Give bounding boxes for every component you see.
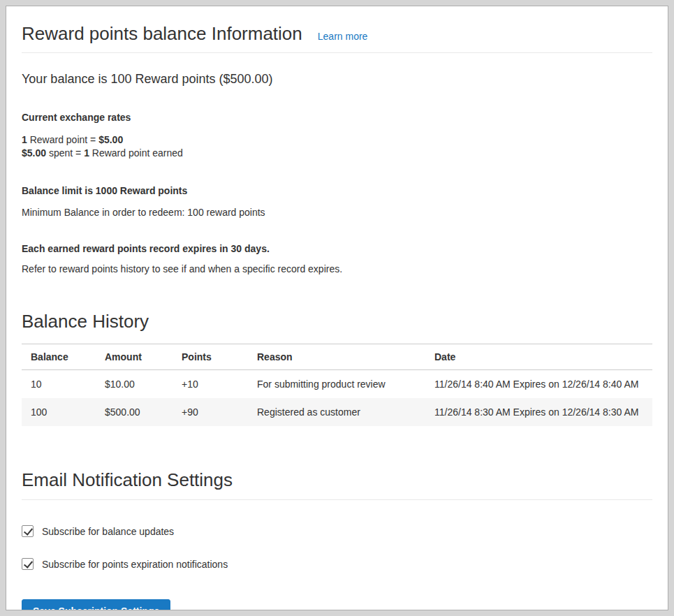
expiration-heading: Each earned reward points record expires…: [22, 243, 652, 254]
subscribe-balance-checkbox[interactable]: [22, 525, 34, 537]
subscribe-expiration-row: Subscribe for points expiration notifica…: [22, 558, 228, 570]
cell-amount: $500.00: [96, 398, 173, 426]
page-header: Reward points balance Information Learn …: [22, 23, 652, 53]
balance-history-table: Balance Amount Points Reason Date 10 $10…: [22, 344, 652, 426]
reward-points-panel: Reward points balance Information Learn …: [6, 6, 668, 610]
exchange-rate-line-1: 1 Reward point = $5.00: [22, 133, 652, 147]
learn-more-link[interactable]: Learn more: [318, 31, 368, 42]
subscribe-balance-label: Subscribe for balance updates: [42, 526, 174, 537]
balance-summary: Your balance is 100 Reward points ($500.…: [22, 72, 652, 87]
column-header-balance: Balance: [22, 344, 96, 370]
exchange-rates-block: 1 Reward point = $5.00 $5.00 spent = 1 R…: [22, 133, 652, 160]
column-header-points: Points: [173, 344, 248, 370]
cell-reason: For submitting product review: [248, 370, 425, 399]
column-header-date: Date: [425, 344, 652, 370]
rate2-text: spent =: [46, 147, 84, 159]
column-header-reason: Reason: [248, 344, 425, 370]
rate1-amount-value: $5.00: [98, 134, 123, 145]
rate2-points-value: 1: [84, 147, 89, 159]
exchange-rates-heading: Current exchange rates: [22, 112, 652, 123]
expiration-note: Refer to reward points history to see if…: [22, 263, 652, 274]
page-title: Reward points balance Information: [22, 23, 302, 45]
cell-reason: Registered as customer: [248, 398, 425, 426]
table-row: 100 $500.00 +90 Registered as customer 1…: [22, 398, 652, 426]
cell-points: +10: [173, 370, 248, 399]
subscribe-balance-row: Subscribe for balance updates: [22, 525, 174, 537]
exchange-rate-line-2: $5.00 spent = 1 Reward point earned: [22, 147, 652, 160]
rate1-points-value: 1: [22, 134, 27, 145]
cell-amount: $10.00: [96, 370, 173, 399]
rate2-amount-value: $5.00: [22, 147, 46, 159]
rate2-suffix: Reward point earned: [89, 147, 183, 159]
rate1-text: Reward point =: [27, 134, 98, 145]
save-subscription-button[interactable]: Save Subscription Settings: [22, 599, 170, 610]
subscribe-expiration-label: Subscribe for points expiration notifica…: [42, 559, 228, 570]
table-row: 10 $10.00 +10 For submitting product rev…: [22, 370, 652, 399]
balance-history-heading: Balance History: [22, 311, 652, 332]
column-header-amount: Amount: [96, 344, 173, 370]
cell-date: 11/26/14 8:30 AM Expires on 12/26/14 8:3…: [425, 398, 652, 426]
cell-date: 11/26/14 8:40 AM Expires on 12/26/14 8:4…: [425, 370, 652, 399]
minimum-balance-text: Minimum Balance in order to redeem: 100 …: [22, 207, 652, 218]
cell-balance: 100: [22, 398, 96, 426]
cell-points: +90: [173, 398, 248, 426]
subscribe-expiration-checkbox[interactable]: [22, 558, 34, 570]
cell-balance: 10: [22, 370, 96, 399]
balance-limit-text: Balance limit is 1000 Reward points: [22, 185, 652, 196]
table-header-row: Balance Amount Points Reason Date: [22, 344, 652, 370]
email-settings-heading: Email Notification Settings: [22, 469, 652, 500]
